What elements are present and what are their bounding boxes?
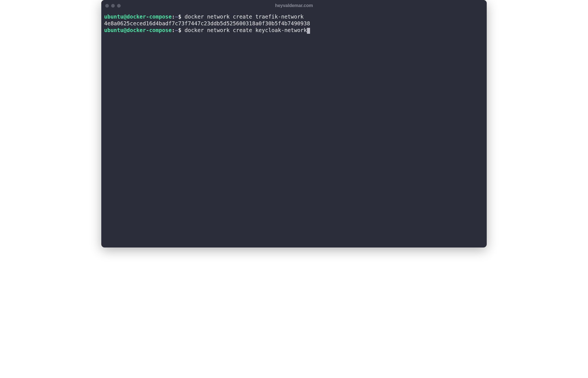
terminal-line: ubuntu@docker-compose:~$ docker network … (104, 14, 484, 20)
prompt-symbol: $ (178, 27, 181, 33)
window-title: heyvaldemar.com (275, 3, 313, 8)
command-text: docker network create keycloak-network (181, 27, 307, 33)
maximize-icon[interactable] (117, 4, 121, 8)
minimize-icon[interactable] (111, 4, 115, 8)
terminal-line: ubuntu@docker-compose:~$ docker network … (104, 27, 484, 34)
terminal-line: 4e8a0625ceced16d4badf7c73f7447c23ddb5d52… (104, 20, 484, 27)
prompt-user-host: ubuntu@docker-compose (104, 27, 172, 33)
command-text: docker network create traefik-network (181, 14, 304, 20)
window-controls (105, 4, 121, 8)
terminal-body[interactable]: ubuntu@docker-compose:~$ docker network … (101, 11, 487, 248)
cursor-icon (307, 28, 310, 34)
titlebar: heyvaldemar.com (101, 0, 487, 11)
prompt-colon: : (172, 14, 175, 20)
output-text: 4e8a0625ceced16d4badf7c73f7447c23ddb5d52… (104, 20, 310, 26)
prompt-path: ~ (175, 27, 178, 33)
prompt-user-host: ubuntu@docker-compose (104, 14, 172, 20)
prompt-colon: : (172, 27, 175, 33)
prompt-path: ~ (175, 14, 178, 20)
close-icon[interactable] (105, 4, 109, 8)
terminal-window: heyvaldemar.com ubuntu@docker-compose:~$… (101, 0, 487, 248)
prompt-symbol: $ (178, 14, 181, 20)
